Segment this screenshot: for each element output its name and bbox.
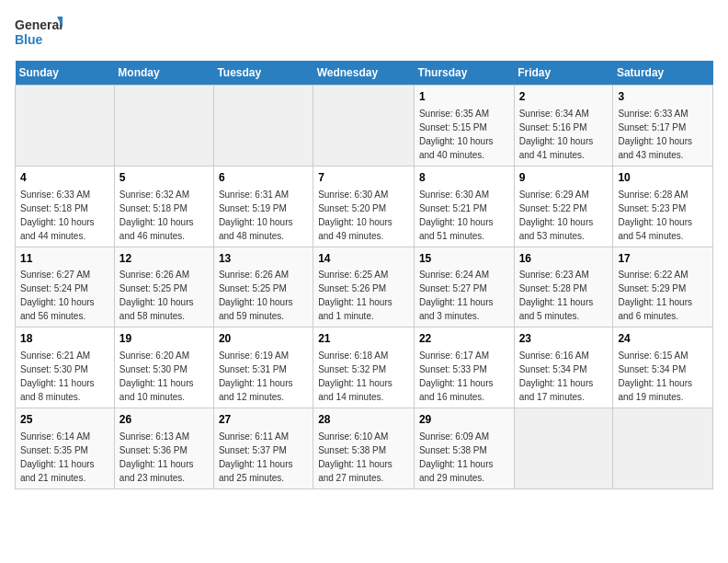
- svg-text:Blue: Blue: [15, 32, 43, 47]
- day-number: 27: [219, 412, 308, 428]
- cell-sunset: Sunset: 5:34 PM: [519, 364, 587, 374]
- cell-sunrise: Sunrise: 6:18 AM: [318, 350, 388, 361]
- day-number: 12: [119, 251, 209, 267]
- cell-sunrise: Sunrise: 6:31 AM: [219, 190, 289, 200]
- calendar-cell: 14 Sunrise: 6:25 AM Sunset: 5:26 PM Dayl…: [313, 247, 415, 327]
- cell-sunrise: Sunrise: 6:35 AM: [419, 109, 489, 119]
- cell-sunset: Sunset: 5:25 PM: [219, 283, 287, 293]
- day-number: 21: [318, 331, 409, 347]
- calendar-cell: 29 Sunrise: 6:09 AM Sunset: 5:38 PM Dayl…: [414, 408, 514, 489]
- cell-sunset: Sunset: 5:20 PM: [318, 203, 386, 213]
- cell-daylight: Daylight: 11 hours and 8 minutes.: [20, 378, 95, 402]
- calendar-cell: 20 Sunrise: 6:19 AM Sunset: 5:31 PM Dayl…: [213, 327, 313, 408]
- cell-daylight: Daylight: 11 hours and 3 minutes.: [419, 297, 494, 321]
- cell-daylight: Daylight: 11 hours and 29 minutes.: [419, 459, 494, 483]
- calendar-cell: 12 Sunrise: 6:26 AM Sunset: 5:25 PM Dayl…: [114, 247, 213, 327]
- cell-daylight: Daylight: 10 hours and 49 minutes.: [318, 217, 392, 241]
- calendar-cell: 16 Sunrise: 6:23 AM Sunset: 5:28 PM Dayl…: [514, 247, 613, 327]
- cell-sunset: Sunset: 5:30 PM: [20, 364, 88, 374]
- day-header-sunday: Sunday: [16, 61, 115, 86]
- cell-sunrise: Sunrise: 6:09 AM: [419, 431, 489, 442]
- calendar-cell: 22 Sunrise: 6:17 AM Sunset: 5:33 PM Dayl…: [414, 327, 514, 408]
- cell-sunset: Sunset: 5:28 PM: [519, 283, 587, 293]
- cell-daylight: Daylight: 10 hours and 40 minutes.: [419, 136, 494, 160]
- cell-sunset: Sunset: 5:33 PM: [419, 364, 487, 374]
- cell-sunrise: Sunrise: 6:20 AM: [119, 350, 189, 361]
- cell-daylight: Daylight: 11 hours and 21 minutes.: [20, 459, 95, 483]
- cell-sunrise: Sunrise: 6:26 AM: [219, 270, 289, 280]
- cell-sunrise: Sunrise: 6:22 AM: [618, 270, 688, 280]
- cell-sunset: Sunset: 5:25 PM: [119, 283, 188, 293]
- cell-daylight: Daylight: 11 hours and 23 minutes.: [119, 459, 194, 483]
- cell-sunset: Sunset: 5:22 PM: [519, 203, 587, 213]
- week-row-1: 1 Sunrise: 6:35 AM Sunset: 5:15 PM Dayli…: [16, 86, 713, 167]
- day-number: 16: [519, 251, 609, 267]
- calendar-cell: [514, 408, 613, 489]
- day-header-wednesday: Wednesday: [313, 61, 415, 86]
- day-number: 28: [318, 412, 409, 428]
- cell-sunrise: Sunrise: 6:10 AM: [318, 431, 388, 442]
- cell-daylight: Daylight: 10 hours and 56 minutes.: [20, 297, 95, 321]
- day-number: 25: [20, 412, 109, 428]
- day-number: 10: [618, 170, 708, 186]
- calendar-cell: 9 Sunrise: 6:29 AM Sunset: 5:22 PM Dayli…: [514, 166, 613, 247]
- cell-sunrise: Sunrise: 6:26 AM: [119, 270, 189, 280]
- cell-daylight: Daylight: 10 hours and 48 minutes.: [219, 217, 293, 241]
- calendar-cell: 6 Sunrise: 6:31 AM Sunset: 5:19 PM Dayli…: [213, 166, 313, 247]
- cell-daylight: Daylight: 11 hours and 14 minutes.: [318, 378, 392, 402]
- day-header-monday: Monday: [114, 61, 213, 86]
- cell-sunset: Sunset: 5:31 PM: [219, 364, 287, 374]
- cell-sunset: Sunset: 5:18 PM: [119, 203, 188, 213]
- cell-sunrise: Sunrise: 6:27 AM: [20, 270, 90, 280]
- calendar-cell: [613, 408, 713, 489]
- cell-sunset: Sunset: 5:23 PM: [618, 203, 686, 213]
- cell-sunrise: Sunrise: 6:30 AM: [419, 190, 489, 200]
- cell-sunrise: Sunrise: 6:19 AM: [219, 350, 289, 361]
- cell-daylight: Daylight: 10 hours and 44 minutes.: [20, 217, 95, 241]
- cell-sunrise: Sunrise: 6:15 AM: [618, 350, 688, 361]
- cell-daylight: Daylight: 11 hours and 27 minutes.: [318, 459, 392, 483]
- day-number: 9: [519, 170, 609, 186]
- day-number: 5: [119, 170, 209, 186]
- logo-svg: General Blue: [15, 15, 63, 53]
- cell-daylight: Daylight: 10 hours and 51 minutes.: [419, 217, 494, 241]
- cell-sunrise: Sunrise: 6:11 AM: [219, 431, 289, 442]
- cell-daylight: Daylight: 11 hours and 6 minutes.: [618, 297, 692, 321]
- calendar-cell: 11 Sunrise: 6:27 AM Sunset: 5:24 PM Dayl…: [16, 247, 115, 327]
- day-number: 17: [618, 251, 708, 267]
- calendar-cell: 13 Sunrise: 6:26 AM Sunset: 5:25 PM Dayl…: [213, 247, 313, 327]
- cell-daylight: Daylight: 11 hours and 5 minutes.: [519, 297, 594, 321]
- cell-sunset: Sunset: 5:21 PM: [419, 203, 487, 213]
- day-number: 15: [419, 251, 509, 267]
- cell-sunset: Sunset: 5:38 PM: [419, 445, 487, 455]
- calendar-cell: [313, 86, 415, 167]
- calendar-cell: 10 Sunrise: 6:28 AM Sunset: 5:23 PM Dayl…: [613, 166, 713, 247]
- cell-sunrise: Sunrise: 6:25 AM: [318, 270, 388, 280]
- day-number: 24: [618, 331, 708, 347]
- cell-sunset: Sunset: 5:32 PM: [318, 364, 386, 374]
- cell-sunset: Sunset: 5:35 PM: [20, 445, 88, 455]
- calendar-cell: [213, 86, 313, 167]
- cell-sunset: Sunset: 5:34 PM: [618, 364, 686, 374]
- cell-daylight: Daylight: 11 hours and 17 minutes.: [519, 378, 594, 402]
- header-area: General Blue: [15, 15, 713, 53]
- svg-text:General: General: [15, 17, 63, 32]
- cell-daylight: Daylight: 10 hours and 54 minutes.: [618, 217, 692, 241]
- day-number: 14: [318, 251, 409, 267]
- cell-sunrise: Sunrise: 6:21 AM: [20, 350, 90, 361]
- day-number: 19: [119, 331, 209, 347]
- cell-sunrise: Sunrise: 6:16 AM: [519, 350, 589, 361]
- day-number: 23: [519, 331, 609, 347]
- day-number: 8: [419, 170, 509, 186]
- cell-sunrise: Sunrise: 6:17 AM: [419, 350, 489, 361]
- day-number: 4: [20, 170, 109, 186]
- cell-daylight: Daylight: 11 hours and 19 minutes.: [618, 378, 692, 402]
- cell-daylight: Daylight: 11 hours and 1 minute.: [318, 297, 392, 321]
- calendar-cell: 26 Sunrise: 6:13 AM Sunset: 5:36 PM Dayl…: [114, 408, 213, 489]
- calendar-cell: 25 Sunrise: 6:14 AM Sunset: 5:35 PM Dayl…: [16, 408, 115, 489]
- cell-daylight: Daylight: 11 hours and 12 minutes.: [219, 378, 293, 402]
- day-number: 18: [20, 331, 109, 347]
- cell-daylight: Daylight: 10 hours and 43 minutes.: [618, 136, 692, 160]
- day-header-thursday: Thursday: [414, 61, 514, 86]
- cell-sunset: Sunset: 5:15 PM: [419, 122, 487, 132]
